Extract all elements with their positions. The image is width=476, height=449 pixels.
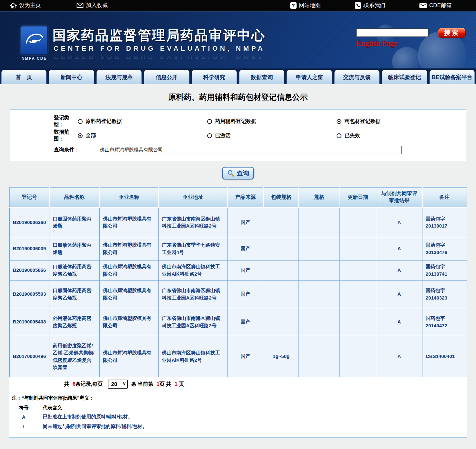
radio-option[interactable]: 原料药登记数据 xyxy=(78,118,207,125)
radio-option[interactable]: 已激活 xyxy=(207,132,337,139)
phone-icon xyxy=(355,2,361,9)
header-search-button[interactable]: 搜索 xyxy=(438,28,466,38)
set-homepage-label: 设为主页 xyxy=(19,2,41,9)
set-homepage-link[interactable]: 设为主页 xyxy=(10,2,41,9)
site-title-en-reflection: CENTER FOR DRUG EVALUATION, NMPA xyxy=(54,53,265,61)
table-cell: B20190005503 xyxy=(9,281,49,308)
query-condition-input[interactable] xyxy=(98,146,402,154)
table-cell: 广东省佛山市南海区狮山镇科技工业园A区科旺路2号 xyxy=(158,281,228,308)
table-cell: 口服液体药用高密度聚乙烯瓶 xyxy=(49,260,99,281)
add-favorite-link[interactable]: 加入收藏 xyxy=(76,2,108,9)
table-cell: 佛山市南海区狮山镇科技工业园A区科旺路2号 xyxy=(158,336,228,377)
table-cell: A xyxy=(376,336,422,377)
table-row: B20190006360口服固体药用聚丙烯瓶佛山市辉鸿塑胶模具有限公司广东省佛山… xyxy=(9,208,467,237)
table-cell: 国产 xyxy=(228,281,264,308)
main-navigation: 首 页新闻中心法规与规章信息公开科学研究数据查询申请人之窗交流与反馈临床试验登记… xyxy=(0,68,476,84)
table-cell: 药用低密度聚乙烯/乙烯-乙烯醇共聚物/低密度聚乙烯复合软膏管 xyxy=(49,336,99,377)
pagination-text: 共 xyxy=(64,381,71,388)
nav-tab[interactable]: 交流与反馈 xyxy=(334,70,380,84)
radio-label: 已激活 xyxy=(215,132,231,139)
table-cell: A xyxy=(376,281,422,308)
table-cell xyxy=(264,308,299,336)
table-cell: B20190005866 xyxy=(9,260,49,281)
radio-option[interactable]: 已失效 xyxy=(337,132,466,139)
nav-tab[interactable]: 临床试验登记 xyxy=(382,70,427,84)
search-icon xyxy=(227,169,235,177)
nav-tab[interactable]: 新闻中心 xyxy=(49,70,94,84)
radio-icon[interactable] xyxy=(78,133,83,138)
table-cell: 国药包字20130476 xyxy=(422,237,467,260)
page-size-select[interactable]: 20 xyxy=(108,380,128,389)
table-row: B20190005503口服固体药用高密度聚乙烯瓶佛山市辉鸿塑胶模具有限公司广东… xyxy=(9,281,467,308)
table-cell xyxy=(340,208,376,237)
results-section: 登记号品种名称企业名称企业地址产品来源包装规格规格更新日期与制剂共同审评审批结果… xyxy=(9,187,467,438)
mail-icon xyxy=(419,3,427,8)
radio-icon[interactable] xyxy=(207,119,212,124)
nav-tab[interactable]: 科学研究 xyxy=(192,70,237,84)
table-cell xyxy=(340,260,376,281)
reg-type-label: 登记类型： xyxy=(54,115,78,128)
table-cell: 外用液体药用高密度聚乙烯瓶 xyxy=(49,308,99,336)
radio-label: 药用辅料登记数据 xyxy=(215,118,257,125)
nav-tab[interactable]: 申请人之窗 xyxy=(287,70,332,84)
sitemap-link[interactable]: ? 网站地图 xyxy=(290,2,321,9)
contact-us-link[interactable]: 联系我们 xyxy=(355,2,385,9)
table-cell: 口服固体药用聚丙烯瓶 xyxy=(49,208,99,237)
table-cell xyxy=(264,281,299,308)
table-cell: B20190006360 xyxy=(9,208,49,237)
table-cell: 国产 xyxy=(228,237,264,260)
table-cell xyxy=(264,260,299,281)
radio-icon[interactable] xyxy=(78,119,83,124)
table-header-cell: 品种名称 xyxy=(49,188,99,208)
table-cell: B20190006039 xyxy=(9,237,49,260)
legend-meaning: 尚未通过与制剂共同审评审批的原料/辅料/包材。 xyxy=(36,423,147,430)
radio-icon[interactable] xyxy=(337,119,341,124)
table-cell: 国药包字20130741 xyxy=(422,260,467,281)
legend-title: 注：“与制剂共同审评审批结果”释义： xyxy=(11,394,467,404)
sitemap-label: 网站地图 xyxy=(299,2,321,9)
radio-label: 原料药登记数据 xyxy=(86,118,122,125)
header-search-input[interactable] xyxy=(356,28,429,37)
pagination-bar: 共 6条记录,每页 20 ∨ 条 当前第 1页 共 1 页 xyxy=(9,377,467,391)
scope-options: 全部已激活已失效 xyxy=(78,132,466,139)
table-cell: A xyxy=(376,260,422,281)
home-icon xyxy=(10,2,17,9)
table-cell xyxy=(340,308,376,336)
table-cell: 佛山市南海区狮山镇科技工业园A区科旺路2号 xyxy=(158,260,228,281)
radio-icon[interactable] xyxy=(207,133,212,138)
table-header-cell: 企业名称 xyxy=(99,188,158,208)
radio-option[interactable]: 药用辅料登记数据 xyxy=(207,118,337,125)
top-utility-bar: 设为主页 加入收藏 ? 网站地图 联系我们 CDE邮箱 xyxy=(0,0,476,12)
nav-tab[interactable]: BE试验备案平台 xyxy=(430,70,475,84)
contact-us-label: 联系我们 xyxy=(363,2,385,9)
english-page-link[interactable]: English Page xyxy=(356,39,397,48)
table-header-cell: 更新日期 xyxy=(340,188,376,208)
record-count: 6 xyxy=(73,381,76,387)
nav-tab[interactable]: 数据查询 xyxy=(239,70,284,84)
table-header-cell: 包装规格 xyxy=(264,188,299,208)
radio-label: 已失效 xyxy=(345,132,360,139)
table-cell: 国产 xyxy=(228,336,264,377)
table-cell xyxy=(340,237,376,260)
nav-tab[interactable]: 信息公开 xyxy=(144,70,189,84)
nav-tab[interactable]: 法规与规章 xyxy=(96,70,142,84)
cde-mail-link[interactable]: CDE邮箱 xyxy=(419,2,452,9)
table-cell: 口服液体药用聚丙烯瓶 xyxy=(49,237,99,260)
table-cell: 国药包字20130017 xyxy=(422,208,467,237)
legend-meaning: 已批准在上市制剂使用的原料/辅料/包材。 xyxy=(36,414,133,420)
table-cell: 广东省佛山市季华七路镇安工业园4号 xyxy=(158,237,228,260)
reg-type-options: 原料药登记数据药用辅料登记数据药包材登记数据 xyxy=(78,118,466,125)
radio-option[interactable]: 药包材登记数据 xyxy=(337,118,466,125)
radio-icon[interactable] xyxy=(337,133,341,138)
table-cell: A xyxy=(376,208,422,237)
nav-tab[interactable]: 首 页 xyxy=(1,70,46,84)
query-submit-button[interactable]: 查询 xyxy=(222,167,254,179)
table-row: B20190006039口服液体药用聚丙烯瓶佛山市辉鸿塑胶模具有限公司广东省佛山… xyxy=(9,237,467,260)
site-title-en: CENTER FOR DRUG EVALUATION, NMPA xyxy=(54,45,265,52)
table-cell: A xyxy=(376,308,422,336)
radio-option[interactable]: 全部 xyxy=(78,132,207,139)
legend-symbol: A xyxy=(11,414,36,420)
site-header: NMPA CDE 国家药品监督管理局药品审评中心 CENTER FOR DRUG… xyxy=(0,12,476,68)
page-title: 原料药、药用辅料和药包材登记信息公示 xyxy=(0,84,476,102)
query-condition-label: 查询条件： xyxy=(54,147,98,153)
